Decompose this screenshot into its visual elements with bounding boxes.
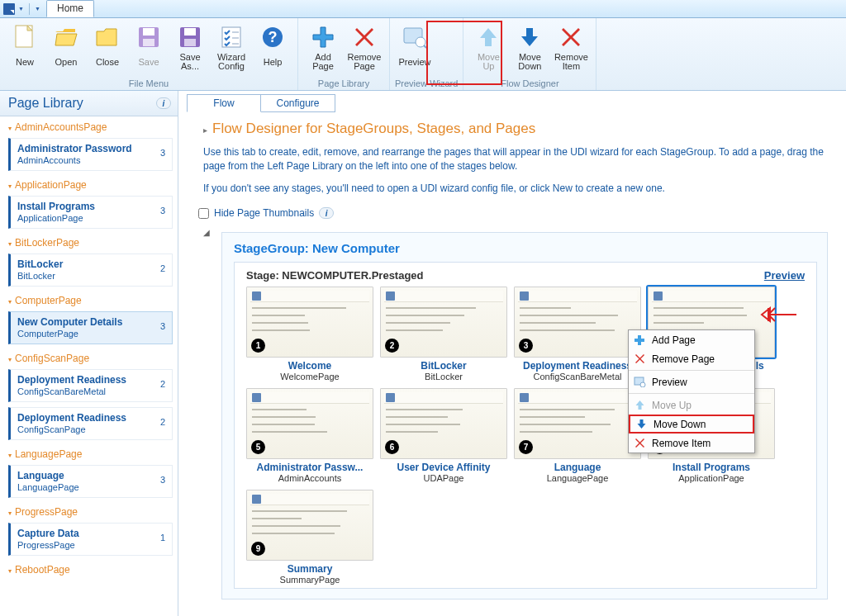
sidebar-category[interactable]: ApplicationPage [0,176,178,194]
info-icon[interactable]: i [319,207,334,219]
sidebar-category[interactable]: ComputerPage [0,291,178,310]
hide-thumbnails-label: Hide Page Thumbnails [214,207,314,219]
ribbon-tabs: Home [46,2,94,14]
ribbon: New Open Close Save Save As... Wizard Co… [0,18,846,91]
wizard-config-button[interactable]: Wizard Config [212,21,251,73]
menu-add-page[interactable]: Add Page [629,330,754,349]
menu-remove-item[interactable]: Remove Item [629,434,754,453]
page-thumbnail[interactable]: 6User Device AffinityUDAPage [380,388,507,483]
item-title: Deployment Readiness [17,412,126,424]
page-thumbnail[interactable]: 5Administrator Passw...AdminAccounts [246,388,373,483]
preview-button[interactable]: Preview [395,21,435,73]
item-count: 3 [160,316,165,331]
menu-move-down[interactable]: Move Down [629,415,754,434]
help-icon: ? [259,24,286,50]
item-type: AdminAccounts [17,155,132,165]
open-button[interactable]: Open [46,21,86,73]
sidebar-item[interactable]: BitLockerBitLocker2 [8,254,173,287]
preview-link[interactable]: Preview [764,269,805,282]
page-thumbnail[interactable]: 7LanguageLanguagePage [514,388,641,483]
page-thumbnail[interactable]: 3Deployment ReadinessConfigScanBareMetal [514,287,641,381]
page-thumbnail[interactable]: 2BitLockerBitLocker [380,287,507,381]
app-menu-dropdown-icon[interactable]: ▼ [18,6,24,12]
thumbnail-image: 9 [246,490,373,561]
svg-rect-3 [143,39,154,46]
sidebar-item[interactable]: Capture DataProgressPage1 [8,523,173,556]
sidebar-category[interactable]: BitLockerPage [0,234,178,252]
sidebar-item[interactable]: Deployment ReadinessConfigScanPage2 [8,407,173,440]
plus-icon [632,334,647,347]
remove-item-button[interactable]: Remove Item [551,21,591,73]
item-title: BitLocker [17,258,63,270]
thumbnail-image: 2 [380,287,507,358]
sidebar-category[interactable]: LanguagePage [0,445,178,463]
item-count: 3 [160,143,165,158]
thumbnail-type: WelcomePage [246,372,373,381]
item-count: 2 [160,374,165,389]
sidebar-category[interactable]: RebootPage [0,561,178,579]
intro-text: Use this tab to create, edit, remove, an… [203,145,828,173]
save-as-icon [177,24,203,50]
tab-home[interactable]: Home [46,0,94,17]
menu-move-up[interactable]: Move Up [629,396,754,415]
save-as-button[interactable]: Save As... [170,21,210,73]
save-button[interactable]: Save [129,21,169,73]
add-page-button[interactable]: Add Page [303,21,343,73]
thumbnail-title: BitLocker [380,360,507,372]
svg-rect-5 [184,28,196,36]
thumbnail-type: ConfigScanBareMetal [514,372,641,381]
remove-page-button[interactable]: Remove Page [345,21,384,73]
item-count: 3 [160,470,165,485]
page-thumbnail[interactable]: 9SummarySummaryPage [246,490,373,585]
group-label: Page Library [303,78,384,90]
sidebar-item[interactable]: Install ProgramsApplicationPage3 [8,196,173,229]
group-label: Preview Wizard [395,78,458,90]
tab-flow[interactable]: Flow [187,94,261,112]
app-icon [3,3,15,15]
move-down-button[interactable]: Move Down [510,21,549,73]
intro-text: If you don't see any stages, you'll need… [203,182,828,196]
thumbnail-type: SummaryPage [246,575,373,585]
menu-remove-page[interactable]: Remove Page [629,349,754,368]
close-button[interactable]: Close [88,21,127,73]
thumbnail-image: 6 [380,388,507,459]
hide-thumbnails-checkbox[interactable] [198,208,209,219]
new-button[interactable]: New [5,21,45,73]
sidebar-category[interactable]: ProgressPage [0,503,178,521]
sidebar-category[interactable]: ConfigScanPage [0,349,178,367]
thumbnail-type: UDAPage [380,473,507,483]
thumbnail-type: ApplicationPage [648,473,775,483]
sidebar-body[interactable]: AdminAccountsPageAdministrator PasswordA… [0,116,178,616]
sidebar-item[interactable]: Administrator PasswordAdminAccounts3 [8,138,173,171]
item-title: Language [17,470,79,481]
thumbnail-title: Administrator Passw... [246,462,373,473]
thumbnail-image: 3 [514,287,641,358]
thumbnail-type: AdminAccounts [246,473,373,483]
tab-configure[interactable]: Configure [261,94,335,112]
sidebar-item[interactable]: LanguageLanguagePage3 [8,465,173,498]
help-button[interactable]: ?Help [253,21,292,73]
sidebar-item[interactable]: New Computer DetailsComputerPage3 [8,311,173,344]
stagegroup-title: StageGroup: New Computer [234,241,817,255]
sidebar-header: Page Library i [0,91,178,116]
collapse-icon[interactable]: ◢ [203,228,210,237]
arrow-down-icon [634,418,649,431]
move-up-button[interactable]: Move Up [468,21,508,73]
sidebar-category[interactable]: AdminAccountsPage [0,118,178,136]
folder-open-icon [53,24,79,50]
item-title: Capture Data [17,528,79,539]
page-number-badge: 6 [385,440,399,454]
item-type: ConfigScanPage [17,424,126,434]
new-file-icon [12,24,38,50]
qat-dropdown-icon[interactable]: ▼ [35,6,40,12]
x-icon [632,437,647,450]
page-thumbnail[interactable]: 1WelcomeWelcomePage [246,287,373,381]
menu-preview[interactable]: Preview [629,372,754,391]
item-title: Deployment Readiness [17,374,126,386]
page-number-badge: 9 [251,542,265,556]
thumbnail-image: 1 [246,287,373,358]
info-icon[interactable]: i [156,97,171,109]
thumbnail-title: Summary [246,563,373,575]
item-title: Install Programs [17,201,95,212]
sidebar-item[interactable]: Deployment ReadinessConfigScanBareMetal2 [8,369,173,402]
